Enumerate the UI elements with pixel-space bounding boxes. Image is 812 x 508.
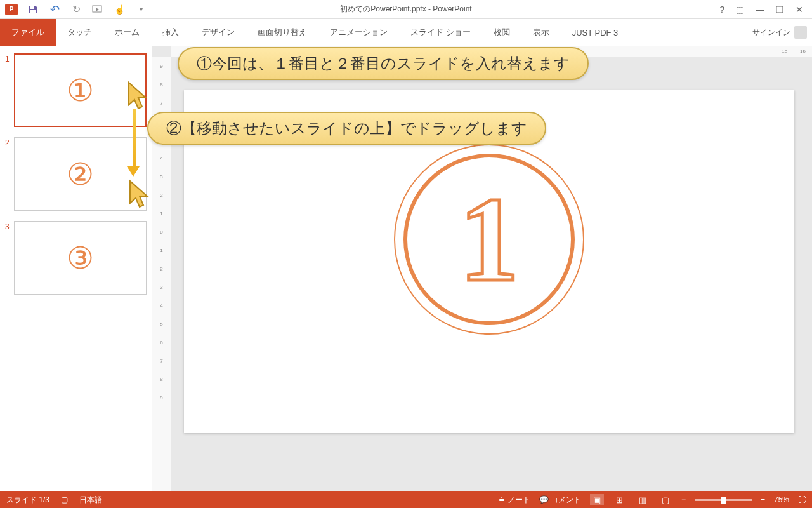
svg-rect-1 — [30, 10, 36, 13]
comments-button[interactable]: 💬 コメント — [539, 495, 581, 505]
tab-transitions[interactable]: 画面切り替え — [246, 19, 318, 46]
svg-rect-0 — [30, 6, 34, 9]
restore-button[interactable]: ❐ — [776, 4, 784, 15]
language-indicator[interactable]: 日本語 — [79, 495, 102, 505]
tab-touch[interactable]: タッチ — [56, 19, 103, 46]
qat-more-icon[interactable]: ▾ — [134, 3, 147, 16]
cursor-overlay-icon — [128, 179, 151, 212]
sorter-view-icon[interactable]: ⊞ — [613, 494, 627, 505]
start-slideshow-icon[interactable] — [91, 3, 104, 16]
quick-access-toolbar: P ↶ ↻ ☝ ▾ — [0, 3, 147, 16]
slide-number-graphic: 1 — [459, 179, 520, 300]
tab-animations[interactable]: アニメーション — [318, 19, 399, 46]
tab-view[interactable]: 表示 — [521, 19, 561, 46]
save-icon[interactable] — [27, 3, 39, 16]
notes-button[interactable]: ≐ ノート — [499, 495, 530, 505]
ribbon-tabs: ファイル タッチ ホーム 挿入 デザイン 画面切り替え アニメーション スライド… — [0, 19, 812, 46]
fit-window-icon[interactable]: ⛶ — [798, 495, 806, 504]
zoom-handle[interactable] — [721, 497, 726, 504]
powerpoint-icon: P — [5, 3, 18, 16]
zoom-slider[interactable] — [695, 499, 752, 501]
tab-design[interactable]: デザイン — [190, 19, 246, 46]
workspace: 1 ① 2 ② 3 ③ 15 16 9876543210123456789 1 — [0, 46, 812, 491]
tab-insert[interactable]: 挿入 — [151, 19, 190, 46]
avatar-icon — [794, 26, 807, 39]
touch-mode-icon[interactable]: ☝ — [113, 3, 126, 16]
close-button[interactable]: ✕ — [796, 4, 803, 15]
undo-icon[interactable]: ↶ — [48, 3, 61, 16]
window-title: 初めてのPowerPoint.pptx - PowerPoint — [340, 4, 471, 15]
spellcheck-icon[interactable]: ▢ — [61, 495, 68, 504]
thumbnail-preview[interactable]: ③ — [14, 221, 147, 295]
drag-arrow-icon — [131, 109, 138, 173]
tab-file[interactable]: ファイル — [0, 19, 56, 46]
tab-review[interactable]: 校閲 — [482, 19, 521, 46]
slideshow-view-icon[interactable]: ▢ — [658, 494, 672, 505]
zoom-out-button[interactable]: − — [681, 495, 686, 504]
minimize-button[interactable]: — — [756, 4, 764, 15]
slide-counter[interactable]: スライド 1/3 — [6, 495, 49, 505]
ribbon-options-button[interactable]: ⬚ — [736, 4, 744, 15]
reading-view-icon[interactable]: ▥ — [636, 494, 650, 505]
status-bar: スライド 1/3 ▢ 日本語 ≐ ノート 💬 コメント ▣ ⊞ ▥ ▢ − + … — [0, 491, 812, 508]
window-controls: ? ⬚ — ❐ ✕ — [719, 4, 812, 15]
signin-area[interactable]: サインイン — [752, 19, 807, 46]
thumbnail-3[interactable]: 3 ③ — [0, 218, 152, 297]
thumbnail-number: 2 — [5, 137, 14, 211]
tab-slideshow[interactable]: スライド ショー — [399, 19, 482, 46]
tab-justpdf[interactable]: JUST PDF 3 — [561, 19, 630, 46]
signin-label: サインイン — [752, 27, 790, 38]
tab-home[interactable]: ホーム — [103, 19, 151, 46]
redo-icon[interactable]: ↻ — [70, 3, 82, 16]
thumbnail-number: 3 — [5, 221, 14, 295]
title-bar: P ↶ ↻ ☝ ▾ 初めてのPowerPoint.pptx - PowerPoi… — [0, 0, 812, 19]
zoom-in-button[interactable]: + — [761, 495, 765, 504]
instruction-callout-2: ②【移動させたいスライドの上】でドラッグします — [147, 112, 546, 145]
instruction-callout-1: ①今回は、１番目と２番目のスライドを入れ替えます — [178, 47, 589, 80]
normal-view-icon[interactable]: ▣ — [590, 494, 604, 505]
cursor-overlay-icon — [127, 81, 150, 114]
slide-content-circle: 1 — [394, 144, 584, 335]
thumbnail-number: 1 — [5, 53, 14, 127]
zoom-level[interactable]: 75% — [774, 495, 789, 504]
help-button[interactable]: ? — [719, 4, 724, 15]
